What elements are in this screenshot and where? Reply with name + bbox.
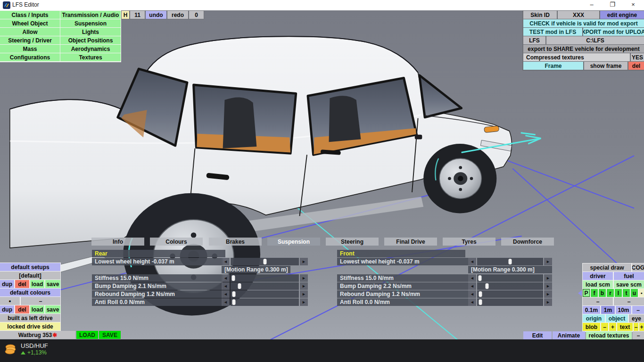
slider-track[interactable] [477,290,543,298]
slider-track[interactable] [477,274,543,282]
slider-track[interactable] [231,290,299,298]
slider-thumb[interactable] [479,291,482,297]
slider-increase-button[interactable]: ► [544,298,552,306]
wheel-toggle-t[interactable]: t [623,289,630,297]
tab-suspension[interactable]: Suspension [267,238,320,246]
lfs-path-button[interactable]: C:\LFS [546,36,644,44]
driver-button[interactable]: driver [583,272,613,280]
slider-decrease-button[interactable]: ◄ [222,290,230,298]
tool-dash-right[interactable]: – [614,297,644,305]
tab-steering[interactable]: Steering [326,238,379,246]
slider-decrease-button[interactable]: ◄ [222,298,230,306]
slider-track[interactable] [231,274,299,282]
wheel-toggle-b[interactable]: b [599,289,606,297]
edit-mode-button[interactable]: Edit [523,331,552,339]
show-frame-button[interactable]: show frame [584,62,627,70]
menu-wheel-object[interactable]: Wheel Object [0,19,60,27]
text-button[interactable]: text [617,323,633,331]
colour-save-button[interactable]: save [45,305,60,313]
load-vehicle-button[interactable]: LOAD [76,331,98,339]
tool-dash-left[interactable]: – [583,297,613,305]
menu-lights[interactable]: Lights [60,28,121,36]
slider-decrease-button[interactable]: ◄ [222,258,230,265]
slider-increase-button[interactable]: ► [544,290,552,298]
tab-info[interactable]: Info [91,238,144,246]
slider-track[interactable] [231,282,299,290]
skin-xxx-button[interactable]: XXX [558,11,599,19]
slider-increase-button[interactable]: ► [544,258,552,265]
tab-downforce[interactable]: Downforce [501,238,554,246]
menu-transmission-audio[interactable]: Transmission / Audio [60,11,121,19]
check-valid-button[interactable]: CHECK if vehicle is valid for mod export [523,19,644,27]
reload-dash-button[interactable]: – [633,331,644,339]
slider-track[interactable] [231,258,299,265]
menu-suspension[interactable]: Suspension [60,19,121,27]
slider-thumb[interactable] [263,259,266,264]
maximize-button[interactable]: ❐ [602,0,623,10]
skin-id-button[interactable]: Skin ID [523,11,557,19]
slider-increase-button[interactable]: ► [300,290,308,298]
wheel-toggle-P[interactable]: P [583,289,590,297]
locked-drive-side-button[interactable]: locked drive side [0,322,60,330]
slider-decrease-button[interactable]: ◄ [222,282,230,290]
menu-steering-driver[interactable]: Steering / Driver [0,36,60,44]
compressed-yes-button[interactable]: YES [631,53,644,61]
menu-allow[interactable]: Allow [0,28,60,36]
slider-increase-button[interactable]: ► [300,298,308,306]
wheel-toggle-dot[interactable]: ● [639,289,644,297]
slider-increase-button[interactable]: ► [544,282,552,290]
edit-engine-button[interactable]: edit engine [600,11,644,19]
grid-0.1m-button[interactable]: 0.1m [583,306,600,314]
slider-thumb[interactable] [231,275,235,281]
slider-decrease-button[interactable]: ◄ [468,258,476,265]
slider-decrease-button[interactable]: ◄ [222,274,230,282]
setup-save-button[interactable]: save [45,280,60,288]
slider-increase-button[interactable]: ► [300,274,308,282]
tab-brakes[interactable]: Brakes [209,238,262,246]
grid-dash-button[interactable]: – [632,306,644,314]
cog-button[interactable]: COG [632,263,644,272]
undo-button[interactable]: undo [146,11,166,19]
slider-decrease-button[interactable]: ◄ [468,290,476,298]
eye-button[interactable]: eye [629,314,644,322]
slider-thumb[interactable] [232,291,236,297]
slider-thumb[interactable] [486,283,489,289]
grid-10m-button[interactable]: 10m [616,306,631,314]
tab-tyres[interactable]: Tyres [443,238,495,246]
vehicle-name-field[interactable]: Watbrug 353✱ [0,331,75,339]
wheel-toggle-f[interactable]: f [591,289,598,297]
origin-button[interactable]: origin [583,314,605,322]
reload-textures-button[interactable]: reload textures [586,331,632,339]
menu-textures[interactable]: Textures [60,53,121,61]
menu-mass[interactable]: Mass [0,45,60,53]
setup-load-button[interactable]: load [30,280,44,288]
slider-thumb[interactable] [479,299,482,305]
colour-del-button[interactable]: del [15,305,29,313]
slider-decrease-button[interactable]: ◄ [468,274,476,282]
slider-track[interactable] [477,282,543,290]
blob-button[interactable]: blob [583,323,600,331]
default-setups-button[interactable]: default setups [0,263,60,271]
save-vehicle-button[interactable]: SAVE [99,331,121,339]
default-colours-button[interactable]: default colours [0,288,60,296]
slider-increase-button[interactable]: ► [300,282,308,290]
load-scm-button[interactable]: load scm [583,280,613,288]
menu-class-inputs[interactable]: Class / Inputs [0,11,60,19]
wheel-toggle-l[interactable]: l [615,289,622,297]
history-button[interactable]: H [122,11,129,19]
tab-final-drive[interactable]: Final Drive [384,238,437,246]
slider-track[interactable] [231,298,299,306]
redo-button[interactable]: redo [167,11,188,19]
built-left-drive-button[interactable]: built as left drive [0,314,60,322]
grid-1m-button[interactable]: 1m [601,306,615,314]
frame-button[interactable]: Frame [523,62,583,70]
tab-colours[interactable]: Colours [150,238,203,246]
blob-plus-button[interactable]: + [609,323,616,331]
colour-load-button[interactable]: load [30,305,44,313]
slider-decrease-button[interactable]: ◄ [468,282,476,290]
slider-thumb[interactable] [232,299,236,305]
slider-thumb[interactable] [238,283,241,289]
colour-dup-button[interactable]: dup [0,305,14,313]
object-button[interactable]: object [606,314,628,322]
slider-track[interactable] [477,298,543,306]
